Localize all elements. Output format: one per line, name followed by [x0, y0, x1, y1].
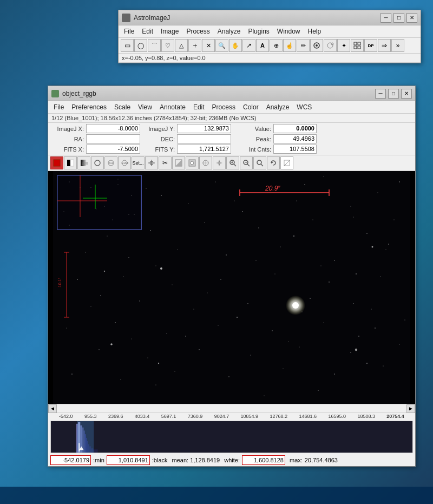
- menu-edit[interactable]: Edit: [139, 27, 156, 36]
- tool-extra[interactable]: »: [391, 39, 404, 52]
- tool-zoom[interactable]: ⊕: [270, 39, 283, 52]
- tool-scroll[interactable]: ✋: [229, 39, 242, 52]
- val-fits-x[interactable]: -7.5000: [86, 145, 140, 154]
- img-menu-process[interactable]: Process: [209, 102, 239, 112]
- img-tool-white[interactable]: [280, 156, 293, 169]
- svg-point-92: [404, 319, 405, 320]
- svg-point-49: [377, 192, 378, 193]
- tool-arrow[interactable]: ⇒: [378, 39, 391, 52]
- scroll-track[interactable]: [57, 404, 406, 413]
- img-tool-circle-aperture[interactable]: [91, 156, 104, 169]
- scale-label-12: 20754.4: [386, 414, 404, 419]
- val-imagej-x[interactable]: -8.0000: [86, 124, 140, 133]
- svg-point-99: [399, 344, 400, 345]
- aij-maximize-btn[interactable]: □: [393, 13, 404, 23]
- tool-circle2[interactable]: [324, 39, 337, 52]
- svg-point-89: [272, 330, 272, 331]
- img-tool-crosshair[interactable]: [145, 156, 158, 169]
- img-tool-compass[interactable]: [213, 156, 226, 169]
- tool-probe[interactable]: ↗: [242, 39, 255, 52]
- img-tool-settings[interactable]: Set...: [132, 156, 145, 169]
- svg-point-142: [104, 206, 105, 207]
- tool-text[interactable]: A: [256, 39, 269, 52]
- scroll-right-arrow[interactable]: ►: [406, 404, 415, 413]
- svg-point-139: [90, 187, 91, 187]
- img-menu-color[interactable]: Color: [240, 102, 262, 112]
- aij-close-btn[interactable]: ✕: [406, 13, 417, 23]
- image-canvas[interactable]: 20.9″ 10.1': [48, 171, 415, 404]
- image-close-btn[interactable]: ✕: [401, 89, 412, 99]
- tool-magnify[interactable]: 🔍: [215, 39, 228, 52]
- svg-point-121: [288, 342, 289, 342]
- img-tool-aperture3[interactable]: 2.2E8: [118, 156, 131, 169]
- tool-rectangle[interactable]: ▭: [121, 39, 134, 52]
- val-fits-y[interactable]: 1,721.5127: [177, 145, 231, 154]
- val-int-cnts[interactable]: 107.5508: [273, 145, 317, 154]
- menu-analyze[interactable]: Analyze: [214, 27, 244, 36]
- menu-window[interactable]: Window: [274, 27, 304, 36]
- val-dec[interactable]: [177, 134, 231, 143]
- menu-image[interactable]: Image: [158, 27, 182, 36]
- histogram-min-input[interactable]: [50, 455, 91, 465]
- img-menu-analyze[interactable]: Analyze: [263, 102, 293, 112]
- img-menu-scale[interactable]: Scale: [111, 102, 134, 112]
- menu-plugins[interactable]: Plugins: [245, 27, 272, 36]
- img-menu-file[interactable]: File: [50, 102, 67, 112]
- svg-point-124: [264, 396, 265, 396]
- img-menu-wcs[interactable]: WCS: [293, 102, 315, 112]
- tool-freehand[interactable]: ♡: [161, 39, 174, 52]
- histogram-white-input[interactable]: [242, 455, 285, 465]
- scroll-left-arrow[interactable]: ◄: [48, 404, 57, 413]
- tool-grid[interactable]: [351, 39, 364, 52]
- img-tool-zoom-fit[interactable]: [253, 156, 266, 169]
- img-tool-zoom-out[interactable]: [240, 156, 253, 169]
- tool-line[interactable]: ＋: [188, 39, 201, 52]
- tool-hand[interactable]: ☝: [283, 39, 296, 52]
- img-menu-view[interactable]: View: [135, 102, 155, 112]
- img-tool-rotate[interactable]: [267, 156, 280, 169]
- img-tool-color-red[interactable]: [50, 156, 63, 169]
- val-peak[interactable]: 49.4963: [273, 134, 317, 143]
- val-imagej-y[interactable]: 132.9873: [177, 124, 231, 133]
- histogram-graph[interactable]: [50, 421, 413, 453]
- img-menu-preferences[interactable]: Preferences: [68, 102, 110, 112]
- img-tool-color-table[interactable]: 238: [77, 156, 90, 169]
- svg-point-141: [131, 195, 132, 195]
- tool-arc[interactable]: ⌒: [148, 39, 161, 52]
- svg-point-79: [91, 306, 91, 307]
- image-maximize-btn[interactable]: □: [388, 89, 399, 99]
- svg-point-61: [258, 227, 259, 228]
- img-tool-invert[interactable]: [64, 156, 77, 169]
- img-tool-wcs-btn[interactable]: [199, 156, 212, 169]
- tool-pencil[interactable]: ✏: [297, 39, 310, 52]
- img-menu-edit[interactable]: Edit: [190, 102, 208, 112]
- img-tool-zoom-in[interactable]: [226, 156, 239, 169]
- val-ra[interactable]: [86, 134, 140, 143]
- tool-star[interactable]: ✦: [337, 39, 350, 52]
- menu-file[interactable]: File: [121, 27, 137, 36]
- tool-polygon[interactable]: △: [175, 39, 188, 52]
- svg-point-48: [324, 176, 324, 177]
- img-tool-scissors[interactable]: ✂: [159, 156, 172, 169]
- scale-label-8: 12768.2: [270, 414, 288, 419]
- image-toolbar: 238 C2 2.2E8 Set... ✂: [48, 155, 415, 171]
- img-tool-aperture2[interactable]: C2: [104, 156, 117, 169]
- img-menu-annotate[interactable]: Annotate: [156, 102, 189, 112]
- menu-help[interactable]: Help: [305, 27, 325, 36]
- menu-process[interactable]: Process: [183, 27, 213, 36]
- svg-point-159: [110, 343, 113, 345]
- svg-point-68: [226, 254, 227, 256]
- svg-point-130: [158, 363, 159, 364]
- val-value[interactable]: 0.0000: [273, 124, 317, 133]
- image-minimize-btn[interactable]: ─: [375, 89, 386, 99]
- img-tool-contrast[interactable]: [172, 156, 185, 169]
- aij-minimize-btn[interactable]: ─: [380, 13, 391, 23]
- tool-dropper[interactable]: [310, 39, 323, 52]
- histogram-black-input[interactable]: [107, 455, 150, 465]
- tool-dp[interactable]: DP: [364, 39, 377, 52]
- svg-point-84: [353, 303, 353, 304]
- scale-label-7: 10854.9: [241, 414, 259, 419]
- tool-point[interactable]: ✕: [202, 39, 215, 52]
- tool-oval[interactable]: ◯: [134, 39, 147, 52]
- img-tool-brightness[interactable]: [186, 156, 199, 169]
